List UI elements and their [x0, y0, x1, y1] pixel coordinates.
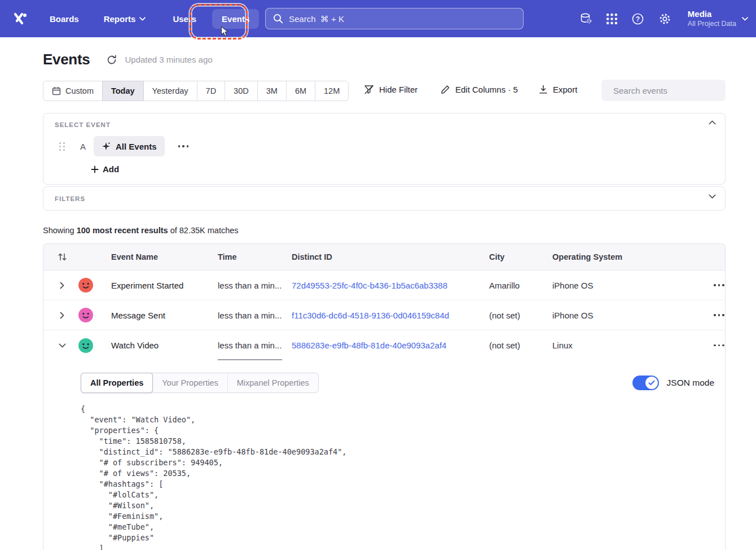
date-range-7d[interactable]: 7D — [197, 81, 226, 101]
filter-funnel-icon — [364, 85, 374, 94]
cell-os: iPhone OS — [552, 281, 673, 290]
cell-event-name: Watch Video — [111, 341, 218, 350]
row-more-icon[interactable] — [710, 311, 728, 320]
event-more-icon[interactable] — [175, 142, 192, 151]
event-chip-label: All Events — [116, 142, 157, 151]
chevron-down-icon — [139, 17, 146, 21]
filters-card: FILTERS — [43, 186, 726, 211]
expand-row-icon[interactable] — [60, 312, 64, 319]
collapse-row-icon[interactable] — [59, 343, 66, 348]
results-count: 100 most recent results — [77, 226, 168, 235]
cell-city: Amarillo — [489, 281, 552, 290]
expand-row-icon[interactable] — [60, 282, 64, 289]
collapse-section-icon[interactable] — [709, 120, 716, 125]
json-mode-control: JSON mode — [632, 376, 714, 390]
mixpanel-logo-icon[interactable] — [12, 11, 28, 27]
series-letter: A — [80, 142, 87, 151]
hide-filter-button[interactable]: Hide Filter — [364, 85, 417, 94]
project-subtitle: All Project Data — [688, 20, 736, 29]
select-event-card: SELECT EVENT A All Events Add — [43, 113, 726, 185]
hide-filter-label: Hide Filter — [379, 85, 417, 94]
global-search — [265, 8, 524, 29]
col-distinct-id: Distinct ID — [292, 252, 489, 261]
calendar-icon — [52, 86, 61, 95]
col-city: City — [489, 252, 552, 261]
chevron-down-icon — [742, 17, 748, 21]
project-name: Media — [688, 9, 736, 20]
date-range-12m[interactable]: 12M — [315, 81, 349, 101]
date-range-3m[interactable]: 3M — [257, 81, 287, 101]
cell-os: Linux — [552, 341, 673, 350]
event-select-chip[interactable]: All Events — [94, 136, 165, 156]
table-row-expanded[interactable]: Watch Video less than a min... 5886283e-… — [43, 330, 725, 360]
sort-icon[interactable] — [58, 252, 67, 261]
cell-city: (not set) — [489, 311, 552, 320]
tab-mixpanel-properties[interactable]: Mixpanel Properties — [227, 373, 318, 392]
top-navbar: Boards Reports Users Events — [0, 0, 756, 37]
nav-item-events[interactable]: Events — [212, 9, 259, 29]
search-events-box — [601, 80, 726, 101]
drag-handle-icon[interactable] — [59, 142, 65, 151]
event-selector-row: A All Events — [43, 136, 192, 156]
cell-distinct-id-link[interactable]: 72d49553-25fc-4f0c-b436-1b5ac6ab3388 — [292, 281, 489, 290]
tab-all-properties[interactable]: All Properties — [81, 373, 153, 393]
cell-event-name: Experiment Started — [111, 281, 218, 290]
date-range-yesterday[interactable]: Yesterday — [143, 81, 197, 101]
edit-columns-button[interactable]: Edit Columns · 5 — [441, 85, 518, 94]
nav-item-users[interactable]: Users — [173, 14, 196, 24]
nav-item-reports[interactable]: Reports — [104, 14, 146, 24]
filters-label: FILTERS — [55, 195, 85, 202]
events-table: Event Name Time Distinct ID City Operati… — [43, 243, 726, 550]
row-more-icon[interactable] — [710, 341, 728, 350]
event-avatar — [78, 278, 93, 293]
refresh-icon[interactable] — [107, 55, 117, 65]
date-range-6m[interactable]: 6M — [286, 81, 315, 101]
cell-distinct-id-link[interactable]: 5886283e-e9fb-48fb-81de-40e9093a2af4 — [292, 341, 489, 350]
navbar-right: ? Media All Project Data — [579, 0, 748, 37]
json-mode-toggle[interactable] — [632, 376, 659, 390]
table-header-row: Event Name Time Distinct ID City Operati… — [43, 244, 725, 270]
export-button[interactable]: Export — [539, 85, 577, 94]
date-range-today[interactable]: Today — [102, 81, 144, 101]
cell-time: less than a min... — [218, 281, 292, 290]
nav-item-boards[interactable]: Boards — [50, 14, 79, 24]
data-management-icon[interactable] — [579, 12, 592, 25]
date-range-custom-label: Custom — [65, 86, 94, 95]
event-json-code: { "event": "Watch Video", "properties": … — [81, 404, 725, 550]
search-icon — [273, 14, 283, 24]
export-label: Export — [553, 85, 577, 94]
event-avatar — [78, 308, 93, 322]
table-row[interactable]: Message Sent less than a min... f11c30d6… — [43, 300, 725, 330]
search-events-input[interactable] — [613, 86, 726, 95]
download-icon — [539, 85, 548, 94]
nav-item-reports-label: Reports — [104, 14, 136, 24]
cell-city: (not set) — [489, 341, 552, 350]
updated-timestamp: Updated 3 minutes ago — [125, 55, 212, 64]
cell-os: iPhone OS — [552, 311, 673, 320]
apps-grid-icon[interactable] — [606, 14, 617, 24]
plus-icon — [91, 165, 99, 173]
add-event-label: Add — [103, 164, 119, 174]
date-range-custom[interactable]: Custom — [43, 81, 103, 101]
select-event-label: SELECT EVENT — [55, 121, 111, 128]
cell-time: less than a min... — [218, 341, 292, 350]
expand-section-icon[interactable] — [709, 194, 716, 199]
col-event-name: Event Name — [111, 252, 218, 261]
global-search-input[interactable] — [289, 14, 516, 24]
edit-columns-label: Edit Columns · 5 — [455, 85, 518, 94]
event-avatar — [78, 338, 93, 353]
pencil-icon — [441, 85, 450, 94]
properties-tabs: All Properties Your Properties Mixpanel … — [81, 373, 319, 393]
help-icon[interactable]: ? — [631, 12, 644, 25]
settings-gear-icon[interactable] — [658, 12, 671, 25]
cell-distinct-id-link[interactable]: f11c30d6-dc6d-4518-9136-0d046159c84d — [292, 311, 489, 320]
date-range-30d[interactable]: 30D — [225, 81, 258, 101]
row-more-icon[interactable] — [710, 281, 728, 290]
date-range-group: Custom Today Yesterday 7D 30D 3M 6M 12M — [43, 81, 349, 101]
tab-your-properties[interactable]: Your Properties — [152, 373, 227, 392]
event-detail-panel: All Properties Your Properties Mixpanel … — [43, 360, 725, 550]
svg-text:?: ? — [636, 15, 640, 23]
add-event-button[interactable]: Add — [91, 164, 119, 174]
project-switcher[interactable]: Media All Project Data — [688, 9, 748, 28]
table-row[interactable]: Experiment Started less than a min... 72… — [43, 270, 725, 300]
